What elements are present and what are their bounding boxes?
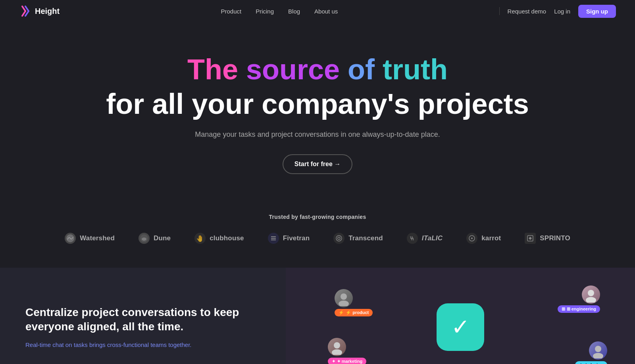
clubhouse-name: clubhouse <box>210 234 244 242</box>
product-tag-icon: ⚡ <box>339 310 344 315</box>
login-link[interactable]: Log in <box>554 8 570 15</box>
avatar-product-img <box>335 289 353 307</box>
company-watershed: Watershed <box>65 233 115 244</box>
logo-text: Height <box>35 7 60 16</box>
transcend-name: Transcend <box>348 234 383 242</box>
company-karrot: karrot <box>466 233 501 244</box>
company-sprinto: SPRINTO <box>525 233 570 244</box>
svg-point-7 <box>338 237 340 239</box>
engineering-tag-icon: ⊞ <box>562 307 565 312</box>
trusted-logos: Watershed Dune 🤚 clubhouse Fivetran <box>19 233 616 244</box>
navbar: Height Product Pricing Blog About us Req… <box>0 0 635 22</box>
dune-name: Dune <box>154 234 171 242</box>
request-demo-link[interactable]: Request demo <box>508 8 546 15</box>
design-tag-icon: ✦ <box>579 362 583 364</box>
dune-icon <box>139 233 150 244</box>
signup-button[interactable]: Sign up <box>578 5 616 18</box>
sprinto-name: SPRINTO <box>540 234 570 242</box>
nav-blog[interactable]: Blog <box>288 8 300 15</box>
avatar-marketing: ✦ ✦ marketing <box>328 338 367 364</box>
nav-pricing[interactable]: Pricing <box>256 8 274 15</box>
trusted-section: Trusted by fast-growing companies Waters… <box>0 198 635 268</box>
nav-divider <box>499 7 500 15</box>
company-dune: Dune <box>139 233 171 244</box>
speech-tail <box>468 327 479 335</box>
nav-product[interactable]: Product <box>221 8 241 15</box>
marketing-tag-label: ✦ marketing <box>337 359 363 364</box>
italic-icon <box>407 233 418 244</box>
fivetran-icon <box>268 233 279 244</box>
tag-product: ⚡ ⚡ product <box>335 309 373 316</box>
feature-title: Centralize project conversations to keep… <box>25 305 260 334</box>
avatar-design-img <box>589 341 607 360</box>
engineering-tag-label: ⊞ engineering <box>567 307 596 312</box>
word-truth: truth <box>383 54 448 85</box>
svg-point-16 <box>332 349 342 355</box>
svg-point-15 <box>334 342 340 349</box>
svg-point-13 <box>588 290 594 296</box>
svg-point-2 <box>142 238 146 241</box>
karrot-name: karrot <box>481 234 501 242</box>
check-icon: ✓ <box>451 316 470 338</box>
avatar-engineering: ⊞ ⊞ engineering <box>558 285 600 313</box>
hero-section: The source of truth for all your company… <box>0 22 635 198</box>
avatar-product: ⚡ ⚡ product <box>335 289 373 316</box>
company-transcend: Transcend <box>333 233 383 244</box>
avatar-engineering-img <box>582 285 600 304</box>
hero-title-line2: for all your company's projects <box>19 88 616 120</box>
italic-name: ITaLIC <box>422 234 443 242</box>
nav-links: Product Pricing Blog About us <box>221 8 338 15</box>
word-the: The <box>187 54 238 85</box>
svg-point-12 <box>339 301 349 306</box>
design-tag-label: ✦ design <box>584 362 603 364</box>
word-of: of <box>348 54 375 85</box>
karrot-icon <box>466 233 477 244</box>
transcend-icon <box>333 233 344 244</box>
logo-link[interactable]: Height <box>19 5 60 17</box>
company-fivetran: Fivetran <box>268 233 310 244</box>
svg-point-18 <box>593 353 603 358</box>
tag-engineering: ⊞ ⊞ engineering <box>558 305 600 313</box>
cta-button[interactable]: Start for free → <box>283 154 352 174</box>
tag-marketing: ✦ ✦ marketing <box>328 358 367 364</box>
feature-section: Centralize project conversations to keep… <box>0 268 635 364</box>
feature-illustration: ⚡ ⚡ product ⊞ ⊞ engineering ✓ <box>286 268 635 364</box>
chat-illustration: ⚡ ⚡ product ⊞ ⊞ engineering ✓ <box>286 268 635 364</box>
hero-title-gradient: The source of truth <box>19 54 616 85</box>
clubhouse-icon: 🤚 <box>194 233 206 244</box>
company-italic: ITaLIC <box>407 233 443 244</box>
tag-design: ✦ ✦ design <box>575 361 607 364</box>
feature-subtitle: Real-time chat on tasks brings cross-fun… <box>25 341 260 350</box>
nav-about[interactable]: About us <box>314 8 338 15</box>
svg-point-11 <box>341 293 347 300</box>
svg-point-9 <box>471 238 473 239</box>
avatar-design: ✦ ✦ design <box>575 341 607 364</box>
svg-point-14 <box>586 297 596 303</box>
company-clubhouse: 🤚 clubhouse <box>194 233 244 244</box>
feature-text: Centralize project conversations to keep… <box>0 268 286 364</box>
watershed-icon <box>65 233 76 244</box>
word-source: source <box>246 54 340 85</box>
hero-subtitle: Manage your tasks and project conversati… <box>19 129 616 140</box>
svg-point-6 <box>336 236 342 241</box>
nav-actions: Request demo Log in Sign up <box>499 5 616 18</box>
svg-point-17 <box>595 346 601 352</box>
watershed-name: Watershed <box>80 234 115 242</box>
avatar-marketing-img <box>328 338 346 356</box>
product-tag-label: ⚡ product <box>346 310 369 315</box>
fivetran-name: Fivetran <box>283 234 310 242</box>
marketing-tag-icon: ✦ <box>332 359 335 364</box>
sprinto-icon <box>525 233 536 244</box>
trusted-label: Trusted by fast-growing companies <box>19 214 616 220</box>
